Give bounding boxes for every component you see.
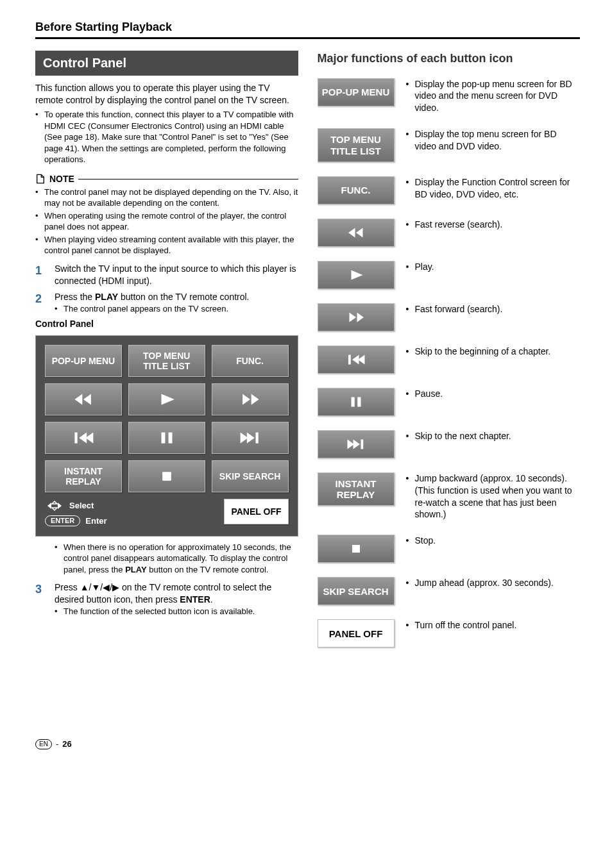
play-icon	[156, 392, 178, 406]
step-text: Switch the TV input to the input source …	[55, 263, 298, 287]
text: Press the	[55, 292, 95, 302]
panel-footer-left: Select ENTER Enter	[45, 499, 107, 527]
note-item: When playing video streaming content ava…	[44, 234, 298, 256]
note-label: NOTE	[49, 173, 74, 185]
text: Press	[55, 582, 80, 592]
function-row: Skip to the next chapter.	[318, 430, 581, 458]
step-list: 1 Switch the TV input to the input sourc…	[35, 263, 298, 314]
function-description: Skip to the beginning of a chapter.	[406, 346, 581, 358]
pause-icon	[156, 431, 178, 445]
function-row: Fast forward (search).	[318, 303, 581, 331]
note-icon	[35, 174, 46, 184]
prev-icon	[346, 353, 366, 366]
function-row: TOP MENU TITLE LISTDisplay the top menu …	[318, 128, 581, 162]
panel-enter-row: ENTER Enter	[45, 515, 107, 527]
function-button[interactable]	[318, 219, 395, 247]
panel-btn-skip-search[interactable]: SKIP SEARCH	[212, 460, 289, 492]
section-heading-control-panel: Control Panel	[35, 51, 298, 76]
function-row: POP-UP MENUDisplay the pop-up menu scree…	[318, 78, 581, 115]
function-button[interactable]: POP-UP MENU	[318, 78, 395, 106]
intro-text: This function allows you to operate this…	[35, 82, 298, 106]
function-button[interactable]	[318, 303, 395, 331]
step-text: Press ▲/▼/◀/▶ on the TV remote control t…	[55, 581, 298, 617]
panel-btn-func[interactable]: FUNC.	[212, 345, 289, 377]
function-button[interactable]	[318, 388, 395, 416]
enter-pill: ENTER	[45, 515, 80, 526]
skip-prev-icon	[72, 431, 94, 445]
page-title: Before Starting Playback	[35, 19, 580, 35]
play-icon	[346, 269, 366, 281]
function-row: SKIP SEARCHJump ahead (approx. 30 second…	[318, 577, 581, 605]
function-row: Fast reverse (search).	[318, 219, 581, 247]
step-sub: The function of the selected button icon…	[55, 606, 298, 617]
step-number: 2	[35, 291, 47, 314]
panel-btn-pause[interactable]	[128, 422, 205, 454]
function-description: Skip to the next chapter.	[406, 430, 581, 442]
panel-btn-panel-off[interactable]: PANEL OFF	[224, 499, 288, 524]
control-panel-footer: Select ENTER Enter PANEL OFF	[45, 499, 289, 527]
step-sub: The control panel appears on the TV scre…	[55, 303, 298, 315]
function-description: Play.	[406, 261, 581, 273]
function-description: Display the top menu screen for BD video…	[406, 128, 581, 153]
select-label: Select	[69, 500, 94, 512]
text-bold: ENTER	[180, 594, 210, 605]
function-button[interactable]: SKIP SEARCH	[318, 577, 395, 605]
panel-btn-rewind[interactable]	[45, 383, 122, 415]
panel-btn-top-menu[interactable]: TOP MENU TITLE LIST	[128, 345, 205, 377]
step-1: 1 Switch the TV input to the input sourc…	[35, 263, 298, 287]
skip-next-icon	[239, 431, 261, 445]
text-bold: PLAY	[95, 292, 118, 302]
panel-btn-popup-menu[interactable]: POP-UP MENU	[45, 345, 122, 377]
right-column: Major functions of each button icon POP-…	[318, 51, 581, 662]
step-list-continued: 3 Press ▲/▼/◀/▶ on the TV remote control…	[35, 581, 298, 617]
pause-icon	[346, 396, 366, 408]
control-panel: POP-UP MENU TOP MENU TITLE LIST FUNC. IN…	[35, 335, 298, 537]
stop-icon	[156, 469, 178, 483]
function-description: Display the Function Control screen for …	[406, 176, 581, 201]
dpad-icon	[45, 499, 64, 513]
panel-btn-stop[interactable]	[128, 460, 205, 492]
note-list: The control panel may not be displayed d…	[35, 187, 298, 256]
panel-btn-play[interactable]	[128, 383, 205, 415]
function-description: Jump backward (approx. 10 seconds). (Thi…	[406, 472, 581, 521]
function-button[interactable]: PANEL OFF	[318, 619, 395, 647]
function-description: Turn off the control panel.	[406, 619, 581, 631]
step-number: 1	[35, 263, 47, 287]
left-column: Control Panel This function allows you t…	[35, 51, 298, 662]
panel-btn-instant-replay[interactable]: INSTANT REPLAY	[45, 460, 122, 492]
function-button[interactable]	[318, 346, 395, 374]
function-description: Pause.	[406, 388, 581, 400]
function-description: Stop.	[406, 535, 581, 547]
function-row: Play.	[318, 261, 581, 289]
function-button[interactable]	[318, 430, 395, 458]
step-text: Press the PLAY button on the TV remote c…	[55, 291, 298, 314]
panel-btn-prev-chapter[interactable]	[45, 422, 122, 454]
right-heading: Major functions of each button icon	[318, 51, 581, 66]
function-button[interactable]	[318, 535, 395, 563]
function-row: FUNC.Display the Function Control screen…	[318, 176, 581, 204]
function-row: Skip to the beginning of a chapter.	[318, 346, 581, 374]
enter-label: Enter	[85, 515, 106, 527]
rewind-icon	[72, 392, 94, 406]
function-row: Pause.	[318, 388, 581, 416]
function-button[interactable]	[318, 261, 395, 289]
fast-forward-icon	[239, 392, 261, 406]
text: button on the TV remote control.	[147, 565, 269, 574]
page-header: Before Starting Playback	[35, 19, 580, 39]
panel-btn-fast-forward[interactable]	[212, 383, 289, 415]
panel-btn-next-chapter[interactable]	[212, 422, 289, 454]
step-number: 3	[35, 581, 47, 617]
control-panel-graphic: POP-UP MENU TOP MENU TITLE LIST FUNC. IN…	[35, 333, 298, 537]
function-description: Fast reverse (search).	[406, 219, 581, 231]
page-number: 26	[62, 739, 71, 750]
function-button[interactable]: FUNC.	[318, 176, 395, 204]
control-panel-grid: POP-UP MENU TOP MENU TITLE LIST FUNC. IN…	[45, 345, 289, 492]
function-row: INSTANT REPLAYJump backward (approx. 10 …	[318, 472, 581, 521]
step-2: 2 Press the PLAY button on the TV remote…	[35, 291, 298, 314]
function-button[interactable]: INSTANT REPLAY	[318, 472, 395, 506]
content-columns: Control Panel This function allows you t…	[35, 51, 580, 662]
function-button[interactable]: TOP MENU TITLE LIST	[318, 128, 395, 162]
function-list: POP-UP MENUDisplay the pop-up menu scree…	[318, 78, 581, 648]
function-description: Display the pop-up menu screen for BD vi…	[406, 78, 581, 115]
ffwd-icon	[346, 311, 366, 324]
